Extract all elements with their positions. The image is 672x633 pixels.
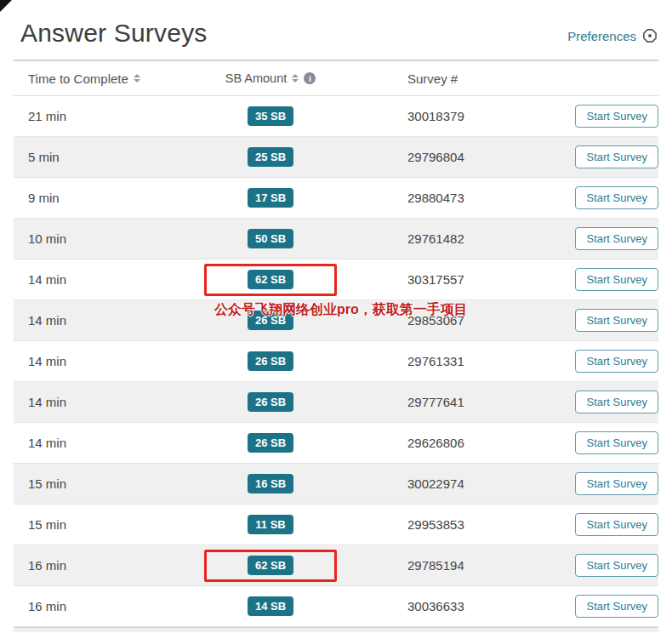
col-label-survey: Survey # — [407, 71, 458, 86]
sb-amount-cell: 62 SB — [215, 270, 326, 290]
table-row: 14 min 26 SB 29761331 Start Survey — [14, 341, 658, 382]
sb-amount-cell: 26 SB — [215, 392, 326, 413]
action-cell: Start Survey — [575, 431, 658, 455]
sb-amount-cell: 62 SB — [215, 556, 326, 576]
action-cell: Start Survey — [575, 105, 658, 128]
survey-number: 29761482 — [407, 231, 575, 246]
action-cell: Start Survey — [575, 554, 658, 578]
time-to-complete: 16 min — [14, 599, 215, 613]
start-survey-button[interactable]: Start Survey — [575, 391, 658, 414]
sb-badge: 62 SB — [248, 556, 293, 576]
time-to-complete: 14 min — [14, 354, 215, 368]
table-row: 14 min 26 SB 29626806 Start Survey — [14, 423, 658, 464]
time-to-complete: 14 min — [14, 395, 215, 409]
survey-number: 30317557 — [407, 272, 575, 287]
time-to-complete: 9 min — [14, 191, 215, 205]
table-row: 9 min 17 SB 29880473 Start Survey — [14, 178, 658, 219]
sb-badge: 26 SB — [248, 392, 293, 413]
sb-amount-cell: 26 SB — [215, 351, 326, 372]
action-cell: Start Survey — [575, 145, 658, 169]
table-body: 21 min 35 SB 30018379 Start Survey 5 min… — [14, 96, 658, 627]
table-row: 15 min 11 SB 29953853 Start Survey — [14, 505, 658, 545]
time-to-complete: 15 min — [14, 476, 215, 491]
sort-arrows-icon[interactable] — [292, 74, 299, 83]
col-label-time: Time to Complete — [28, 71, 128, 86]
table-row: 10 min 50 SB 29761482 Start Survey — [14, 219, 658, 259]
start-survey-button[interactable]: Start Survey — [575, 186, 658, 210]
sb-badge: 26 SB — [248, 433, 293, 453]
survey-number: 29626806 — [407, 436, 575, 450]
survey-number: 29880473 — [407, 191, 575, 205]
time-to-complete: 14 min — [14, 313, 215, 328]
start-survey-button[interactable]: Start Survey — [575, 431, 658, 455]
surveys-table: Time to Complete SB Amount i Survey # 21… — [14, 60, 658, 632]
sb-badge: 17 SB — [248, 188, 293, 208]
table-row: 14 min 26 SB 29777641 Start Survey — [14, 382, 658, 423]
start-survey-button[interactable]: Start Survey — [575, 145, 658, 169]
page-title: Answer Surveys — [20, 19, 208, 48]
action-cell: Start Survey — [575, 513, 658, 537]
time-to-complete: 21 min — [14, 109, 215, 123]
sb-amount-cell: 25 SB — [215, 147, 326, 168]
survey-number: 30036633 — [407, 599, 575, 613]
time-to-complete: 16 min — [14, 558, 215, 573]
time-to-complete: 10 min — [14, 231, 215, 246]
survey-number: 30022974 — [407, 476, 575, 491]
action-cell: Start Survey — [575, 350, 658, 374]
start-survey-button[interactable]: Start Survey — [575, 105, 658, 128]
action-cell: Start Survey — [575, 227, 658, 251]
sb-badge: 11 SB — [248, 515, 293, 535]
time-to-complete: 15 min — [14, 517, 215, 532]
sb-badge: 50 SB — [248, 229, 293, 249]
survey-number: 30018379 — [407, 109, 575, 123]
sb-amount-cell: 26 SB — [215, 433, 326, 453]
start-survey-button[interactable]: Start Survey — [575, 309, 658, 333]
survey-number: 29761331 — [407, 354, 575, 368]
col-header-sb[interactable]: SB Amount i — [215, 71, 326, 85]
gear-icon — [641, 27, 658, 44]
start-survey-button[interactable]: Start Survey — [575, 227, 658, 251]
preferences-label: Preferences — [567, 29, 636, 43]
next-row-edge — [14, 627, 658, 632]
sb-badge: 16 SB — [248, 474, 293, 494]
sb-amount-cell: 16 SB — [215, 474, 326, 494]
sort-arrows-icon[interactable] — [134, 74, 140, 83]
time-to-complete: 5 min — [14, 150, 215, 164]
sb-badge: 25 SB — [248, 147, 293, 168]
action-cell: Start Survey — [575, 391, 658, 414]
action-cell: Start Survey — [575, 309, 658, 333]
table-row: 16 min 14 SB 30036633 Start Survey — [14, 586, 658, 627]
action-cell: Start Survey — [575, 186, 658, 210]
info-icon[interactable]: i — [304, 72, 316, 84]
sb-amount-cell: 35 SB — [215, 106, 326, 127]
action-cell: Start Survey — [575, 595, 658, 619]
sb-badge: 14 SB — [248, 596, 293, 617]
sb-amount-cell: 14 SB — [215, 596, 326, 617]
start-survey-button[interactable]: Start Survey — [575, 350, 658, 374]
survey-number: 29953853 — [407, 517, 575, 532]
sb-amount-cell: 17 SB — [215, 188, 326, 208]
start-survey-button[interactable]: Start Survey — [575, 595, 658, 619]
page-header: Answer Surveys Preferences — [0, 0, 672, 48]
watermark-text: 公众号飞翔网络创业pro，获取第一手项目 — [214, 301, 468, 319]
preferences-link[interactable]: Preferences — [567, 27, 658, 48]
survey-number: 29796804 — [407, 150, 575, 164]
sb-badge: 26 SB — [248, 351, 293, 372]
sb-badge: 62 SB — [248, 270, 293, 290]
start-survey-button[interactable]: Start Survey — [575, 268, 658, 292]
sb-amount-cell: 11 SB — [215, 515, 326, 535]
col-header-time[interactable]: Time to Complete — [14, 71, 215, 86]
table-row: 5 min 25 SB 29796804 Start Survey — [14, 137, 658, 178]
start-survey-button[interactable]: Start Survey — [575, 513, 658, 537]
sb-amount-cell: 50 SB — [215, 229, 326, 249]
survey-number: 29785194 — [407, 558, 575, 573]
action-cell: Start Survey — [575, 472, 658, 496]
start-survey-button[interactable]: Start Survey — [575, 554, 658, 578]
table-header: Time to Complete SB Amount i Survey # — [14, 60, 658, 96]
col-header-survey: Survey # — [407, 71, 658, 86]
table-row: 14 min 62 SB 30317557 Start Survey — [14, 259, 658, 300]
start-survey-button[interactable]: Start Survey — [575, 472, 658, 496]
col-label-sb: SB Amount — [225, 71, 288, 85]
time-to-complete: 14 min — [14, 436, 215, 450]
table-row: 15 min 16 SB 30022974 Start Survey — [14, 464, 658, 505]
